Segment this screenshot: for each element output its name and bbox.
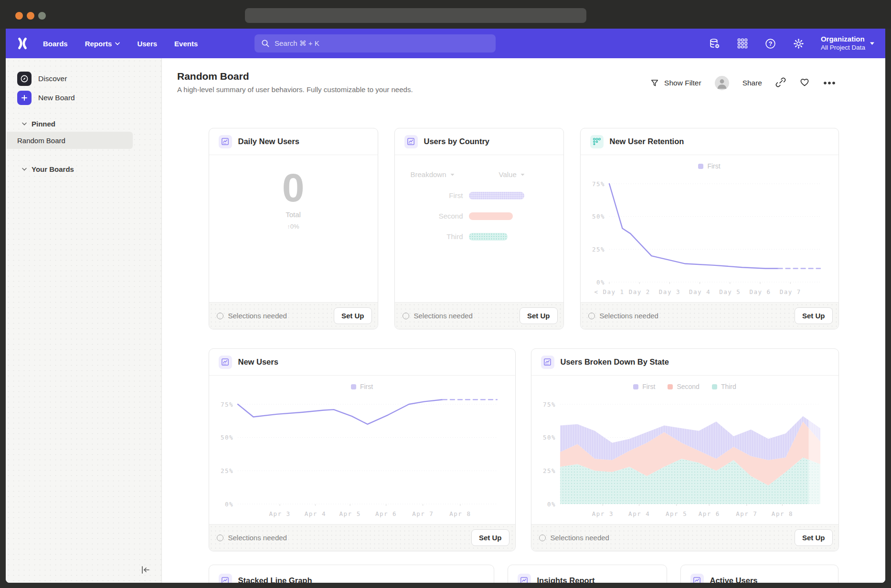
data-management-icon[interactable] bbox=[709, 38, 721, 50]
card-active-users[interactable]: Active Users bbox=[680, 565, 838, 583]
chart-legend: First bbox=[209, 376, 515, 390]
copy-link-icon[interactable] bbox=[775, 77, 786, 89]
svg-text:25%: 25% bbox=[220, 467, 233, 474]
sidebar-random-board-label: Random Board bbox=[17, 136, 65, 145]
more-options-icon[interactable] bbox=[823, 79, 836, 87]
row-label: Second bbox=[395, 212, 469, 220]
card-insights-report[interactable]: Insights Report bbox=[508, 565, 667, 583]
set-up-button[interactable]: Set Up bbox=[795, 307, 833, 324]
card-title: New Users bbox=[238, 357, 278, 367]
share-button[interactable]: Share bbox=[742, 79, 762, 87]
card-title: Stacked Line Graph bbox=[238, 576, 312, 583]
sidebar: Discover New Board Pinned Random Board Y… bbox=[6, 58, 162, 583]
value-label: Value bbox=[499, 170, 517, 178]
card-title: Insights Report bbox=[537, 576, 595, 583]
legend-item: Third bbox=[712, 383, 736, 390]
card-users-by-state[interactable]: Users Broken Down By State First S bbox=[531, 348, 839, 551]
set-up-button[interactable]: Set Up bbox=[795, 529, 833, 546]
svg-text:25%: 25% bbox=[592, 246, 605, 253]
svg-text:0%: 0% bbox=[596, 279, 605, 286]
sidebar-section-your-boards[interactable]: Your Boards bbox=[6, 163, 161, 175]
zoom-button[interactable] bbox=[38, 12, 46, 20]
card-daily-new-users[interactable]: Daily New Users 0 Total ↑0% Selections n… bbox=[209, 128, 378, 329]
set-up-button[interactable]: Set Up bbox=[334, 307, 372, 324]
legend-swatch bbox=[351, 384, 356, 389]
nav-boards[interactable]: Boards bbox=[43, 40, 68, 48]
sidebar-item-random-board[interactable]: Random Board bbox=[7, 132, 133, 149]
org-name: Organization bbox=[821, 35, 865, 44]
svg-text:0%: 0% bbox=[547, 501, 555, 508]
search-input[interactable]: Search ⌘ + K bbox=[255, 34, 496, 52]
svg-text:Day 6: Day 6 bbox=[749, 288, 771, 295]
help-icon[interactable]: ? bbox=[764, 38, 776, 50]
svg-text:Apr 4: Apr 4 bbox=[304, 510, 326, 517]
breakdown-dropdown[interactable]: Breakdown bbox=[411, 170, 455, 178]
show-filter-button[interactable]: Show Filter bbox=[650, 78, 701, 88]
nav-users-label: Users bbox=[137, 40, 157, 48]
sidebar-section-pinned[interactable]: Pinned bbox=[6, 117, 161, 130]
card-title: Users by Country bbox=[424, 137, 490, 146]
chevron-down-icon bbox=[520, 173, 525, 176]
card-stacked-line-graph[interactable]: Stacked Line Graph bbox=[209, 565, 494, 583]
svg-text:75%: 75% bbox=[542, 401, 555, 408]
nav-users[interactable]: Users bbox=[137, 40, 157, 48]
close-button[interactable] bbox=[15, 12, 23, 20]
line-chart-icon bbox=[219, 356, 232, 369]
set-up-button[interactable]: Set Up bbox=[471, 529, 509, 546]
card-users-by-country[interactable]: Users by Country Breakdown Value bbox=[394, 128, 564, 329]
nav-events[interactable]: Events bbox=[174, 40, 198, 48]
value-dropdown[interactable]: Value bbox=[499, 170, 525, 178]
card-new-users[interactable]: New Users First 75%50%25%0%Apr 3Apr 4Apr… bbox=[209, 348, 516, 551]
browser-address-bar[interactable] bbox=[245, 8, 586, 23]
collapse-sidebar-icon[interactable] bbox=[139, 564, 152, 576]
line-chart-icon bbox=[690, 574, 704, 583]
sidebar-discover-label: Discover bbox=[38, 74, 67, 83]
share-label: Share bbox=[742, 79, 762, 87]
svg-text:Apr 4: Apr 4 bbox=[628, 510, 650, 517]
svg-text:Apr 5: Apr 5 bbox=[339, 510, 361, 517]
svg-text:Day 2: Day 2 bbox=[628, 288, 650, 295]
svg-text:Apr 3: Apr 3 bbox=[592, 510, 613, 517]
svg-text:Day 5: Day 5 bbox=[719, 288, 741, 295]
svg-text:Apr 5: Apr 5 bbox=[666, 510, 687, 517]
svg-text:75%: 75% bbox=[592, 180, 605, 188]
sidebar-new-board-label: New Board bbox=[38, 94, 75, 102]
sidebar-item-new-board[interactable]: New Board bbox=[6, 88, 161, 107]
avatar[interactable] bbox=[715, 76, 729, 90]
legend-swatch bbox=[633, 384, 638, 389]
retention-chart: 75%50%25%0%< Day 1Day 2Day 3Day 4Day 5Da… bbox=[585, 176, 834, 299]
mixpanel-logo-icon[interactable] bbox=[16, 37, 29, 50]
legend-swatch bbox=[712, 384, 717, 389]
svg-text:Day 7: Day 7 bbox=[779, 288, 801, 295]
line-chart-icon bbox=[518, 574, 531, 583]
line-chart-icon bbox=[219, 574, 232, 583]
apps-grid-icon[interactable] bbox=[737, 38, 748, 49]
org-switcher[interactable]: Organization All Project Data bbox=[821, 35, 875, 52]
sidebar-your-boards-label: Your Boards bbox=[32, 165, 74, 173]
row-label: Third bbox=[395, 232, 469, 241]
legend-label: First bbox=[642, 383, 655, 390]
set-up-button[interactable]: Set Up bbox=[520, 307, 558, 324]
nav-reports[interactable]: Reports bbox=[85, 40, 120, 48]
app-window: Boards Reports Users Events Search ⌘ + K bbox=[6, 29, 885, 583]
favorite-heart-icon[interactable] bbox=[799, 77, 810, 89]
svg-text:?: ? bbox=[769, 40, 773, 47]
retention-grid-icon bbox=[590, 135, 604, 148]
svg-text:0%: 0% bbox=[224, 501, 233, 508]
card-new-user-retention[interactable]: New User Retention First 75%50%25%0%< Da… bbox=[580, 128, 839, 329]
table-row: Third bbox=[395, 232, 563, 241]
svg-text:Day 3: Day 3 bbox=[658, 288, 680, 295]
line-chart-icon bbox=[541, 356, 554, 369]
card-title: Users Broken Down By State bbox=[561, 357, 669, 367]
settings-gear-icon[interactable] bbox=[793, 38, 805, 50]
chevron-down-icon bbox=[22, 168, 27, 171]
breakdown-label: Breakdown bbox=[411, 170, 446, 178]
show-filter-label: Show Filter bbox=[664, 79, 701, 87]
status-text: Selections needed bbox=[551, 534, 609, 542]
search-placeholder: Search ⌘ + K bbox=[275, 39, 319, 48]
minimize-button[interactable] bbox=[27, 12, 34, 20]
filter-funnel-icon bbox=[650, 78, 659, 88]
sidebar-item-discover[interactable]: Discover bbox=[6, 69, 161, 88]
status-text: Selections needed bbox=[414, 312, 473, 320]
nav-reports-label: Reports bbox=[85, 40, 112, 48]
